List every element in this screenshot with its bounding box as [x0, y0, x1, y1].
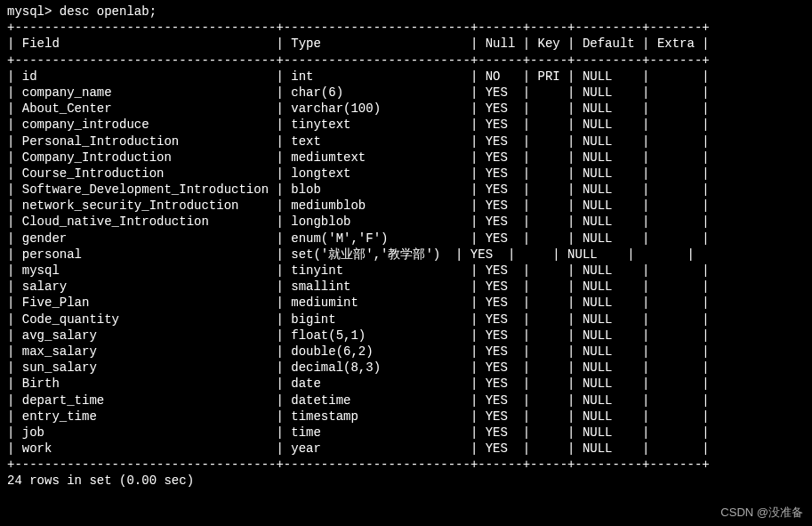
table-separator-mid: +-----------------------------------+---…: [7, 53, 805, 69]
table-row: | Code_quantity | bigint | YES | | NULL …: [7, 312, 805, 328]
table-row: | Cloud_native_Introduction | longblob |…: [7, 214, 805, 230]
result-footer: 24 rows in set (0.00 sec): [7, 473, 805, 489]
table-row: | mysql | tinyint | YES | | NULL | |: [7, 263, 805, 279]
table-separator-bottom: +-----------------------------------+---…: [7, 457, 805, 473]
table-row: | entry_time | timestamp | YES | | NULL …: [7, 409, 805, 425]
table-row: | network_security_Introduction | medium…: [7, 198, 805, 214]
table-row: | Software_Development_Introduction | bl…: [7, 182, 805, 198]
table-row: | max_salary | double(6,2) | YES | | NUL…: [7, 344, 805, 360]
table-row: | Course_Introduction | longtext | YES |…: [7, 166, 805, 182]
table-row: | avg_salary | float(5,1) | YES | | NULL…: [7, 328, 805, 344]
table-row: | Personal_Introduction | text | YES | |…: [7, 134, 805, 150]
table-row: | Five_Plan | mediumint | YES | | NULL |…: [7, 295, 805, 311]
mysql-prompt[interactable]: mysql> desc openlab;: [7, 4, 805, 20]
table-row: | job | time | YES | | NULL | |: [7, 425, 805, 441]
table-separator-top: +-----------------------------------+---…: [7, 20, 805, 36]
table-body: | id | int | NO | PRI | NULL | || compan…: [7, 69, 805, 457]
table-row: | company_introduce | tinytext | YES | |…: [7, 117, 805, 133]
table-row: | salary | smallint | YES | | NULL | |: [7, 279, 805, 295]
table-row: | company_name | char(6) | YES | | NULL …: [7, 85, 805, 101]
table-row: | depart_time | datetime | YES | | NULL …: [7, 392, 805, 409]
table-header-row: | Field | Type | Null | Key | Default | …: [7, 36, 805, 52]
table-row: | gender | enum('M','F') | YES | | NULL …: [7, 231, 805, 247]
table-row: | sun_salary | decimal(8,3) | YES | | NU…: [7, 360, 805, 376]
table-row: | personal | set('就业部','教学部') | YES | | …: [7, 247, 805, 263]
table-row: | id | int | NO | PRI | NULL | |: [7, 69, 805, 85]
table-row: | About_Center | varchar(100) | YES | | …: [7, 101, 805, 117]
watermark: CSDN @没准备: [720, 506, 803, 521]
table-row: | Birth | date | YES | | NULL | |: [7, 376, 805, 392]
table-row: | work | year | YES | | NULL | |: [7, 441, 805, 457]
table-row: | Company_Introduction | mediumtext | YE…: [7, 150, 805, 166]
